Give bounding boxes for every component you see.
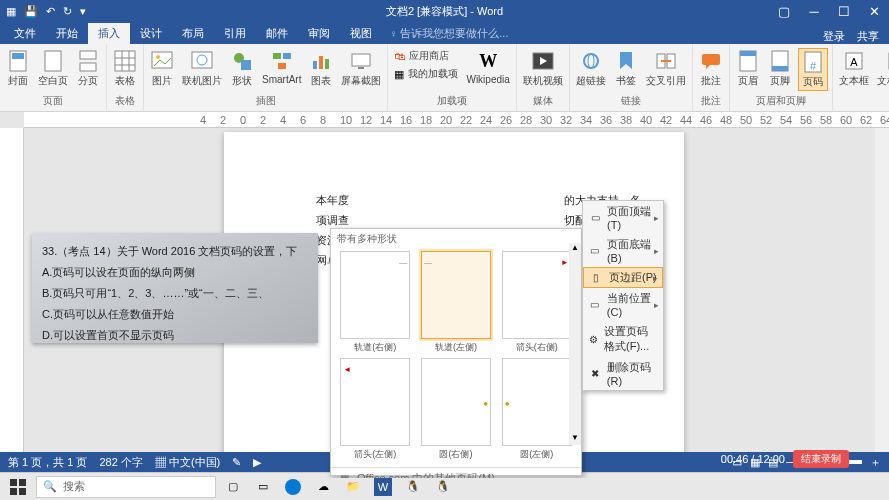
document-canvas: 本年度 项调查 资源无 网卓有 的大力支持。各 切配合下，基础 度第 34 次互… <box>24 128 889 478</box>
wikipedia-button[interactable]: WWikipedia <box>464 48 511 86</box>
taskbar-search[interactable]: 🔍搜索 <box>36 476 216 498</box>
end-recording-button[interactable]: 结束录制 <box>793 450 849 468</box>
gallery-item-arrow-left[interactable]: ◄箭头(左侧) <box>337 358 414 461</box>
page-number-gallery: 带有多种形状 —轨道(右侧) —轨道(左侧) ►箭头(右侧) ◄箭头(左侧) ●… <box>330 228 582 476</box>
close-button[interactable]: ✕ <box>859 0 889 22</box>
chart-button[interactable]: 图表 <box>307 48 335 89</box>
save-icon[interactable]: 💾 <box>24 5 38 18</box>
shapes-button[interactable]: 形状 <box>228 48 256 89</box>
word-icon: ▦ <box>6 5 16 18</box>
tell-me[interactable]: ♀ 告诉我您想要做什么... <box>382 23 516 44</box>
svg-point-26 <box>584 54 598 68</box>
taskbar-files-icon[interactable]: 📁 <box>340 475 366 499</box>
gallery-item-arrow-right[interactable]: ►箭头(右侧) <box>498 251 575 354</box>
tab-mailings[interactable]: 邮件 <box>256 23 298 44</box>
start-button[interactable] <box>4 475 32 499</box>
taskbar-qq-icon[interactable]: 🐧 <box>400 475 426 499</box>
status-page[interactable]: 第 1 页，共 1 页 <box>8 455 87 470</box>
comment-button[interactable]: 批注 <box>697 48 725 89</box>
menu-format-page-numbers[interactable]: ⚙设置页码格式(F)... <box>583 321 663 357</box>
status-lang[interactable]: ▦ 中文(中国) <box>155 455 220 470</box>
hyperlink-button[interactable]: 超链接 <box>574 48 608 89</box>
video-time: 00:46 / 12:00 <box>721 453 785 465</box>
tab-review[interactable]: 审阅 <box>298 23 340 44</box>
gallery-item-track-right[interactable]: —轨道(右侧) <box>337 251 414 354</box>
taskbar-explorer-icon[interactable]: ▭ <box>250 475 276 499</box>
taskbar-cloud-icon[interactable]: ☁ <box>310 475 336 499</box>
header-button[interactable]: 页眉 <box>734 48 762 89</box>
maximize-button[interactable]: ☐ <box>829 0 859 22</box>
tab-view[interactable]: 视图 <box>340 23 382 44</box>
gallery-scrollbar[interactable]: ▲▼ <box>569 243 581 445</box>
svg-rect-18 <box>278 63 286 69</box>
macro-icon[interactable]: ▶ <box>253 456 261 469</box>
cover-page-button[interactable]: 封面 <box>4 48 32 89</box>
window-title: 文档2 [兼容模式] - Word <box>386 4 503 19</box>
online-video-button[interactable]: 联机视频 <box>521 48 565 89</box>
track-changes-icon[interactable]: ✎ <box>232 456 241 469</box>
tab-references[interactable]: 引用 <box>214 23 256 44</box>
svg-rect-20 <box>319 56 323 69</box>
pictures-button[interactable]: 图片 <box>148 48 176 89</box>
undo-icon[interactable]: ↶ <box>46 5 55 18</box>
screenshot-button[interactable]: 屏幕截图 <box>339 48 383 89</box>
vertical-ruler[interactable] <box>0 128 24 478</box>
tab-home[interactable]: 开始 <box>46 23 88 44</box>
gallery-item-circle-left[interactable]: ●圆(左侧) <box>498 358 575 461</box>
gallery-more-office[interactable]: ▦Office.com 中的其他页码(M) <box>331 468 581 478</box>
menu-page-bottom[interactable]: ▭页面底端(B)▸ <box>583 234 663 267</box>
svg-rect-23 <box>358 67 364 69</box>
task-view-icon[interactable]: ▢ <box>220 475 246 499</box>
bookmark-button[interactable]: 书签 <box>612 48 640 89</box>
tab-insert[interactable]: 插入 <box>88 23 130 44</box>
share-button[interactable]: 共享 <box>857 29 879 44</box>
svg-rect-45 <box>10 488 17 495</box>
menu-page-top[interactable]: ▭页面顶端(T)▸ <box>583 201 663 234</box>
my-addins-button[interactable]: ▦我的加载项 <box>392 66 460 82</box>
tab-file[interactable]: 文件 <box>4 23 46 44</box>
tab-layout[interactable]: 布局 <box>172 23 214 44</box>
signin-button[interactable]: 登录 <box>823 29 845 44</box>
minimize-button[interactable]: ─ <box>799 0 829 22</box>
group-illustrations: 插图 <box>256 94 276 109</box>
group-links: 链接 <box>621 94 641 109</box>
page-number-button[interactable]: #页码 <box>798 48 828 91</box>
online-pictures-button[interactable]: 联机图片 <box>180 48 224 89</box>
table-button[interactable]: 表格 <box>111 48 139 89</box>
search-icon: 🔍 <box>43 480 57 493</box>
page-break-button[interactable]: 分页 <box>74 48 102 89</box>
text-box-button[interactable]: A文本框 <box>837 48 871 89</box>
svg-rect-21 <box>325 59 329 69</box>
zoom-in-icon[interactable]: ＋ <box>870 455 881 470</box>
smartart-button[interactable]: SmartArt <box>260 48 303 86</box>
svg-rect-19 <box>313 61 317 69</box>
gallery-heading: 带有多种形状 <box>331 229 581 249</box>
tab-design[interactable]: 设计 <box>130 23 172 44</box>
gallery-item-circle-right[interactable]: ●圆(右侧) <box>418 358 495 461</box>
svg-rect-33 <box>740 51 756 56</box>
cross-reference-button[interactable]: 交叉引用 <box>644 48 688 89</box>
blank-page-button[interactable]: 空白页 <box>36 48 70 89</box>
qat-icon[interactable]: ▾ <box>80 5 86 18</box>
menu-remove-page-numbers[interactable]: ✖删除页码(R) <box>583 357 663 390</box>
taskbar-word-icon[interactable]: W <box>370 475 396 499</box>
ribbon-options-icon[interactable]: ▢ <box>769 0 799 22</box>
menu-current-position[interactable]: ▭当前位置(C)▸ <box>583 288 663 321</box>
gallery-item-track-left[interactable]: —轨道(左侧) <box>418 251 495 354</box>
status-words[interactable]: 282 个字 <box>99 455 142 470</box>
svg-rect-43 <box>10 479 17 486</box>
vertical-scrollbar[interactable] <box>875 128 889 478</box>
quick-access-toolbar: ▦ 💾 ↶ ↻ ▾ <box>0 5 86 18</box>
taskbar-edge-icon[interactable] <box>280 475 306 499</box>
store-button[interactable]: 🛍应用商店 <box>392 48 460 64</box>
svg-rect-22 <box>352 54 370 66</box>
horizontal-ruler[interactable]: 4202468101214161820222426283032343638404… <box>24 112 889 128</box>
svg-text:#: # <box>810 60 817 72</box>
footer-button[interactable]: 页脚 <box>766 48 794 89</box>
question-photo-overlay: 33.（考点 14）关于 Word 2016 文档页码的设置，下 A.页码可以设… <box>32 233 318 343</box>
svg-rect-5 <box>115 51 135 71</box>
quick-parts-button[interactable]: 文档部件 <box>875 48 889 89</box>
taskbar-qq2-icon[interactable]: 🐧 <box>430 475 456 499</box>
redo-icon[interactable]: ↻ <box>63 5 72 18</box>
menu-page-margins[interactable]: ▯页边距(P)▸ <box>583 267 663 288</box>
